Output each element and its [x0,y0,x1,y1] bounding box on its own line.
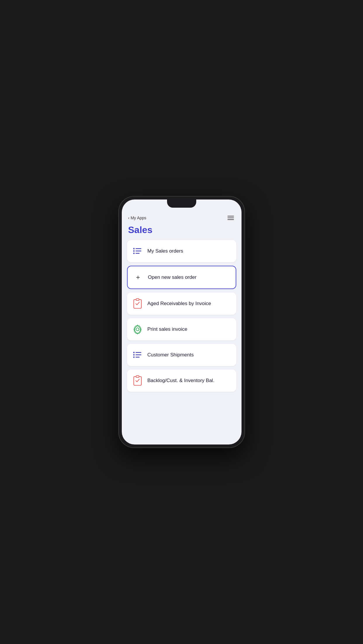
svg-point-3 [133,248,135,249]
backlog-inventory-label: Backlog/Cust. & Inventory Bal. [147,378,215,384]
svg-rect-10 [136,354,141,355]
hamburger-line-3 [227,219,234,220]
clipboard-red-icon [132,298,143,309]
menu-item-my-sales-orders[interactable]: My Sales orders [127,240,236,262]
svg-point-8 [136,328,139,331]
hamburger-line-1 [227,216,234,216]
screen-content: ‹ My Apps Sales [122,200,242,444]
clipboard-red-2-icon [132,375,143,386]
gear-green-icon [132,324,143,335]
svg-rect-16 [136,376,139,377]
svg-rect-1 [136,251,141,251]
top-bar: ‹ My Apps [122,211,242,223]
hamburger-line-2 [227,218,234,218]
open-new-sales-order-label: Open new sales order [148,274,197,280]
list-dots-icon [132,246,143,256]
svg-point-14 [133,356,135,358]
aged-receivables-label: Aged Receivables by Invoice [147,301,211,307]
phone-frame: ‹ My Apps Sales [119,197,244,447]
svg-rect-11 [136,357,140,358]
menu-item-backlog-inventory[interactable]: Backlog/Cust. & Inventory Bal. [127,370,236,392]
back-nav-button[interactable]: ‹ My Apps [128,216,146,220]
print-sales-invoice-label: Print sales invoice [147,326,187,332]
svg-point-12 [133,352,135,353]
page-title: Sales [122,223,242,240]
svg-rect-7 [136,299,139,300]
customer-shipments-label: Customer Shipments [147,352,194,358]
phone-screen: ‹ My Apps Sales [122,200,242,444]
svg-rect-9 [136,352,141,353]
back-chevron-icon: ‹ [128,216,130,220]
menu-list: My Sales orders + Open new sales order [122,240,242,444]
back-label: My Apps [131,216,146,220]
svg-point-13 [133,354,135,356]
notch [167,200,196,208]
plus-icon: + [133,272,143,283]
menu-item-open-new-sales-order[interactable]: + Open new sales order [127,266,236,289]
menu-item-customer-shipments[interactable]: Customer Shipments [127,344,236,366]
plus-symbol: + [136,274,140,281]
svg-point-4 [133,250,135,252]
list-dots-blue-icon [132,350,143,360]
menu-item-print-sales-invoice[interactable]: Print sales invoice [127,318,236,340]
my-sales-orders-label: My Sales orders [147,248,183,254]
menu-item-aged-receivables[interactable]: Aged Receivables by Invoice [127,293,236,315]
hamburger-menu-button[interactable] [226,215,235,221]
svg-rect-2 [136,253,140,254]
svg-rect-0 [136,248,141,249]
svg-point-5 [133,253,135,254]
